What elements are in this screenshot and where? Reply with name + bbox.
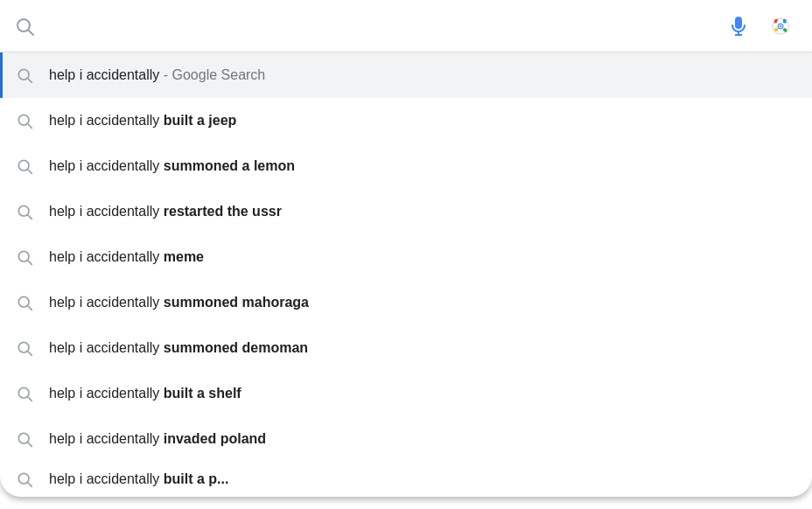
suggestion-text: help i accidentally summoned a lemon <box>49 158 295 174</box>
suggestion-text: help i accidentally built a shelf <box>49 386 242 401</box>
suggestion-search-icon <box>14 156 35 177</box>
svg-line-23 <box>28 397 32 401</box>
suggestion-search-icon <box>14 383 35 404</box>
suggestion-text: help i accidentally restarted the ussr <box>49 204 282 220</box>
search-bar: help i accidentally <box>0 0 812 52</box>
suggestion-search-icon <box>14 469 35 490</box>
mic-icon <box>728 16 749 37</box>
suggestion-item[interactable]: help i accidentally built a jeep <box>0 98 812 143</box>
suggestion-text-partial: help i accidentally built a p... <box>49 471 228 487</box>
suggestion-item-partial[interactable]: help i accidentally built a p... <box>0 462 812 497</box>
suggestion-search-icon <box>14 429 35 450</box>
search-input[interactable]: help i accidentally <box>47 17 710 35</box>
suggestion-text: help i accidentally summoned demoman <box>49 340 308 356</box>
suggestion-item[interactable]: help i accidentally built a shelf <box>0 371 812 416</box>
suggestions-dropdown: help i accidentally - Google Search help… <box>0 52 812 497</box>
svg-line-13 <box>28 170 32 174</box>
svg-line-17 <box>28 261 32 265</box>
suggestion-search-icon <box>14 201 35 222</box>
search-right-icons <box>721 9 798 44</box>
suggestion-text: help i accidentally built a jeep <box>49 113 236 129</box>
suggestion-search-icon <box>14 110 35 131</box>
suggestion-item[interactable]: help i accidentally summoned mahoraga <box>0 280 812 325</box>
svg-line-9 <box>28 79 32 83</box>
svg-line-25 <box>28 443 32 447</box>
svg-line-21 <box>28 352 32 356</box>
suggestion-text: help i accidentally invaded poland <box>49 431 266 447</box>
lens-icon <box>770 16 791 37</box>
suggestion-active[interactable]: help i accidentally - Google Search <box>0 52 812 98</box>
suggestion-item[interactable]: help i accidentally meme <box>0 234 812 280</box>
suggestion-search-icon <box>14 292 35 313</box>
svg-point-7 <box>780 25 781 27</box>
suggestion-text: help i accidentally summoned mahoraga <box>49 295 309 310</box>
mic-button[interactable] <box>721 9 756 44</box>
suggestion-active-text: help i accidentally - Google Search <box>49 67 265 83</box>
suggestion-item[interactable]: help i accidentally summoned demoman <box>0 325 812 371</box>
suggestion-item[interactable]: help i accidentally invaded poland <box>0 416 812 462</box>
svg-line-15 <box>28 215 32 220</box>
suggestion-search-icon <box>14 338 35 359</box>
lens-button[interactable] <box>763 9 798 44</box>
svg-line-27 <box>28 483 32 487</box>
suggestion-text: help i accidentally meme <box>49 249 204 265</box>
svg-line-19 <box>28 306 32 310</box>
suggestion-item[interactable]: help i accidentally restarted the ussr <box>0 189 812 234</box>
suggestion-item[interactable]: help i accidentally summoned a lemon <box>0 143 812 189</box>
suggestion-search-icon <box>14 65 35 86</box>
suggestion-search-icon <box>14 247 35 268</box>
svg-line-11 <box>28 124 32 129</box>
svg-line-1 <box>29 30 34 35</box>
search-icon <box>14 16 35 37</box>
